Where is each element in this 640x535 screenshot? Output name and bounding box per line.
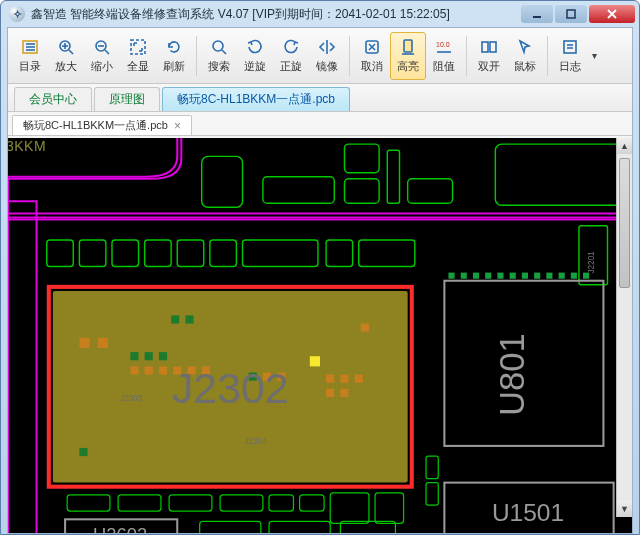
svg-rect-36 [495, 144, 626, 205]
toolbar-rotate-ccw-button[interactable]: 逆旋 [237, 32, 273, 80]
minimize-button[interactable] [521, 5, 553, 23]
rotate-ccw-icon [245, 37, 265, 57]
vertical-scrollbar[interactable]: ▲ ▼ [616, 138, 632, 517]
toolbar-catalog-button[interactable]: 目录 [12, 32, 48, 80]
toolbar-zoom-in-button[interactable]: 放大 [48, 32, 84, 80]
scroll-thumb[interactable] [619, 158, 630, 288]
close-icon[interactable]: × [174, 120, 181, 132]
svg-rect-35 [408, 179, 453, 203]
pcb-viewport[interactable]: 3KKM [8, 138, 632, 533]
svg-rect-74 [448, 273, 454, 279]
svg-rect-69 [326, 389, 334, 397]
svg-rect-67 [340, 375, 348, 383]
part-label-j2303: J2303 [120, 394, 143, 403]
file-tab-strip: 畅玩8C-HL1BKKM一点通.pcb × [8, 112, 632, 136]
window-title: 鑫智造 智能终端设备维修查询系统 V4.07 [VIP到期时间：2041-02-… [31, 6, 515, 23]
svg-rect-79 [510, 273, 516, 279]
title-bar: ✧ 鑫智造 智能终端设备维修查询系统 V4.07 [VIP到期时间：2041-0… [1, 1, 639, 27]
file-tab-label: 畅玩8C-HL1BKKM一点通.pcb [23, 118, 168, 133]
svg-rect-55 [145, 366, 153, 374]
fit-icon [128, 37, 148, 57]
svg-rect-51 [130, 352, 138, 360]
toolbar-label: 全显 [127, 59, 149, 74]
part-label-j2304: J2304 [245, 437, 268, 446]
toolbar-separator [466, 36, 467, 76]
svg-rect-98 [200, 521, 261, 533]
toolbar-fit-button[interactable]: 全显 [120, 32, 156, 80]
scroll-up-button[interactable]: ▲ [617, 138, 632, 154]
maximize-button[interactable] [555, 5, 587, 23]
toolbar-label: 高亮 [397, 59, 419, 74]
toolbar-resistance-button[interactable]: 10.0阻值 [426, 32, 462, 80]
svg-rect-97 [426, 483, 438, 505]
svg-rect-52 [145, 352, 153, 360]
part-label-u2602: U2602 [93, 524, 147, 533]
toolbar-label: 鼠标 [514, 59, 536, 74]
svg-rect-54 [130, 366, 138, 374]
tab-1[interactable]: 原理图 [94, 87, 160, 111]
toolbar-label: 逆旋 [244, 59, 266, 74]
svg-text:10.0: 10.0 [436, 41, 450, 48]
svg-rect-23 [490, 42, 496, 52]
toolbar-search-button[interactable]: 搜索 [201, 32, 237, 80]
toolbar-label: 放大 [55, 59, 77, 74]
svg-rect-44 [243, 240, 318, 267]
toolbar-dual-button[interactable]: 双开 [471, 32, 507, 80]
svg-rect-42 [177, 240, 204, 267]
svg-rect-34 [387, 150, 399, 203]
svg-rect-53 [159, 352, 167, 360]
svg-rect-40 [112, 240, 139, 267]
toolbar-zoom-out-button[interactable]: 缩小 [84, 32, 120, 80]
svg-rect-65 [310, 356, 320, 366]
tab-0[interactable]: 会员中心 [14, 87, 92, 111]
app-window: ✧ 鑫智造 智能终端设备维修查询系统 V4.07 [VIP到期时间：2041-0… [0, 0, 640, 535]
toolbar-mirror-button[interactable]: 镜像 [309, 32, 345, 80]
toolbar-cursor-button[interactable]: 鼠标 [507, 32, 543, 80]
svg-rect-81 [534, 273, 540, 279]
svg-line-7 [69, 50, 73, 54]
svg-rect-24 [564, 41, 576, 53]
dual-icon [479, 37, 499, 57]
tab-2[interactable]: 畅玩8C-HL1BKKM一点通.pcb [162, 87, 350, 111]
zoom-in-icon [56, 37, 76, 57]
svg-rect-49 [79, 338, 89, 348]
svg-rect-99 [269, 521, 330, 533]
svg-rect-56 [159, 366, 167, 374]
toolbar-overflow[interactable]: ▾ [592, 50, 597, 61]
toolbar-label: 双开 [478, 59, 500, 74]
client-area: 目录放大缩小全显刷新搜索逆旋正旋镜像取消高亮10.0阻值双开鼠标日志▾ 会员中心… [7, 27, 633, 534]
toolbar-highlight-button[interactable]: 高亮 [390, 32, 426, 80]
part-label-u1501: U1501 [492, 499, 564, 526]
scroll-down-button[interactable]: ▼ [617, 501, 632, 517]
svg-rect-93 [300, 495, 324, 511]
svg-rect-33 [344, 179, 379, 203]
svg-rect-68 [355, 375, 363, 383]
toolbar-rotate-cw-button[interactable]: 正旋 [273, 32, 309, 80]
toolbar-log-button[interactable]: 日志 [552, 32, 588, 80]
svg-rect-60 [171, 315, 179, 323]
toolbar-label: 镜像 [316, 59, 338, 74]
rotate-cw-icon [281, 37, 301, 57]
svg-rect-39 [79, 240, 106, 267]
toolbar-label: 取消 [361, 59, 383, 74]
svg-rect-84 [571, 273, 577, 279]
svg-rect-78 [497, 273, 503, 279]
svg-rect-13 [131, 40, 145, 54]
svg-rect-41 [145, 240, 172, 267]
toolbar-label: 缩小 [91, 59, 113, 74]
cursor-icon [515, 37, 535, 57]
part-label-u801: U801 [493, 333, 531, 416]
svg-rect-0 [533, 16, 541, 18]
primary-tab-strip: 会员中心原理图畅玩8C-HL1BKKM一点通.pcb [8, 84, 632, 112]
toolbar-cancel-button[interactable]: 取消 [354, 32, 390, 80]
svg-rect-77 [485, 273, 491, 279]
svg-rect-90 [169, 495, 212, 511]
mirror-icon [317, 37, 337, 57]
file-tab[interactable]: 畅玩8C-HL1BKKM一点通.pcb × [12, 115, 192, 135]
app-icon: ✧ [9, 6, 25, 22]
toolbar-refresh-button[interactable]: 刷新 [156, 32, 192, 80]
svg-rect-88 [67, 495, 110, 511]
close-button[interactable] [589, 5, 635, 23]
highlight-icon [398, 37, 418, 57]
toolbar-label: 目录 [19, 59, 41, 74]
